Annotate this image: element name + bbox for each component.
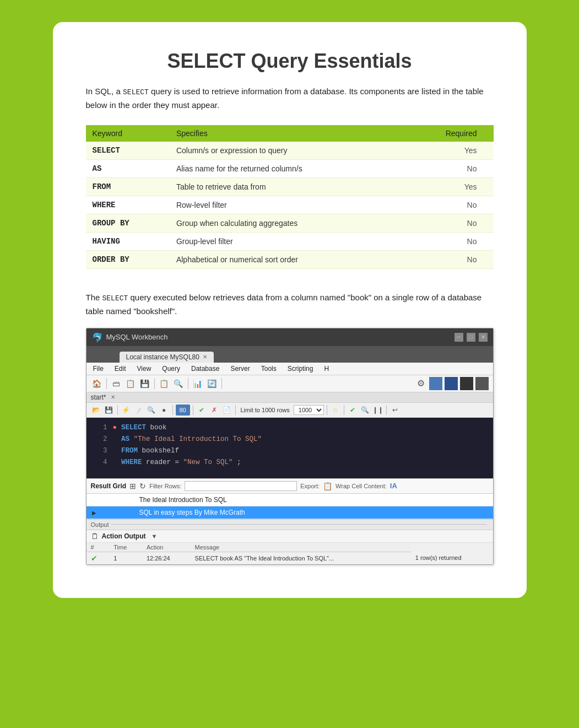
bookmark-icon[interactable]: ☆ bbox=[330, 405, 341, 416]
menu-query[interactable]: Query bbox=[161, 364, 181, 374]
migration-icon[interactable]: 🔄 bbox=[206, 378, 218, 390]
qt-sep-6 bbox=[344, 405, 344, 415]
save-connection-icon[interactable]: 💾 bbox=[139, 378, 151, 390]
minimize-button[interactable]: ─ bbox=[454, 333, 463, 342]
intro-prefix: In SQL, a bbox=[86, 87, 123, 96]
search2-icon[interactable]: 🔍 bbox=[360, 405, 371, 416]
action-num: 1 bbox=[109, 552, 142, 564]
line-content: SELECT book bbox=[121, 422, 167, 434]
inspect-icon[interactable]: 🔍 bbox=[172, 378, 185, 390]
table-row: GROUP BY Group when calculating aggregat… bbox=[86, 214, 494, 232]
performance-icon[interactable]: 📊 bbox=[192, 378, 204, 390]
new-schema-icon[interactable]: 📋 bbox=[158, 378, 170, 390]
col-hash: # bbox=[86, 543, 110, 552]
limit-dropdown[interactable]: 1000 bbox=[294, 405, 324, 415]
check-icon[interactable]: ✔ bbox=[196, 405, 207, 416]
export-icon[interactable]: 📋 bbox=[323, 482, 332, 490]
settings-icon[interactable]: ⚙ bbox=[415, 378, 427, 390]
home-icon[interactable]: 🏠 bbox=[91, 378, 103, 390]
filter-input[interactable] bbox=[185, 481, 297, 491]
intro-text: In SQL, a SELECT query is used to retrie… bbox=[86, 85, 494, 112]
result-row[interactable]: The Ideal Introduction To SQL bbox=[86, 494, 493, 506]
code-token: FROM bbox=[121, 447, 138, 455]
code-line: 1●SELECT book bbox=[92, 422, 488, 434]
action-time: 12:26:24 bbox=[142, 552, 191, 564]
action-text: SELECT book AS "The Ideal Introduction T… bbox=[191, 552, 411, 564]
table-row: WHERE Row-level filter No bbox=[86, 196, 494, 214]
line-number: 1 bbox=[92, 422, 107, 434]
wb-tab-close-icon[interactable]: ✕ bbox=[203, 354, 207, 360]
keyword-cell: AS bbox=[86, 159, 170, 177]
beautify-icon[interactable]: ✔ bbox=[347, 405, 358, 416]
action-output-dropdown[interactable]: ▼ bbox=[151, 533, 157, 540]
menu-edit[interactable]: Edit bbox=[113, 364, 127, 374]
search-icon[interactable]: 🔍 bbox=[146, 405, 157, 416]
wb-connection-tab[interactable]: Local instance MySQL80 ✕ bbox=[120, 352, 214, 363]
action-output-table: # Time Action Message ✔ 1 12:26:24 SELEC… bbox=[86, 543, 493, 564]
wb-color-btn-3[interactable] bbox=[460, 377, 473, 390]
specifies-cell: Alias name for the returned column/s bbox=[170, 159, 402, 177]
wb-color-btn-4[interactable] bbox=[475, 377, 489, 390]
menu-file[interactable]: File bbox=[92, 364, 105, 374]
action-output-icon: 🗒 bbox=[91, 532, 99, 541]
toolbar-sep-3 bbox=[188, 378, 188, 389]
col-header-specifies: Specifies bbox=[170, 125, 402, 142]
keyword-cell: SELECT bbox=[86, 142, 170, 160]
limit-label: Limit to 1000 rows bbox=[241, 407, 290, 413]
open-connection-icon[interactable]: 📋 bbox=[125, 378, 137, 390]
specifies-cell: Column/s or expression to query bbox=[170, 142, 402, 160]
keyword-cell: ORDER BY bbox=[86, 250, 170, 268]
code-line: 2● AS "The Ideal Introduction To SQL" bbox=[92, 434, 488, 445]
wb-color-btn-2[interactable] bbox=[445, 377, 458, 390]
close-button[interactable]: ✕ bbox=[479, 333, 488, 342]
action-row: ✔ 1 12:26:24 SELECT book AS "The Ideal I… bbox=[86, 552, 493, 564]
row-spacer bbox=[86, 494, 134, 506]
code-token: AS bbox=[121, 435, 129, 443]
col-header-required: Required bbox=[402, 125, 493, 142]
table-row: HAVING Group-level filter No bbox=[86, 232, 494, 250]
menu-view[interactable]: View bbox=[136, 364, 153, 374]
page-title: SELECT Query Essentials bbox=[86, 50, 494, 73]
wrap-cell-icon[interactable]: IA bbox=[390, 482, 397, 490]
workbench-window: 🐬 MySQL Workbench ─ □ ✕ Local instance M… bbox=[86, 328, 494, 565]
save-file-icon[interactable]: 💾 bbox=[104, 405, 115, 416]
qt-sep-4 bbox=[235, 405, 236, 415]
result-grid-icon: ⊞ bbox=[129, 482, 136, 490]
wb-titlebar-right: ─ □ ✕ bbox=[454, 333, 488, 342]
execute-current-icon[interactable]: 𝑓 bbox=[133, 405, 144, 416]
code-token: book bbox=[146, 424, 167, 432]
open-file-icon[interactable]: 📂 bbox=[91, 405, 102, 416]
menu-server[interactable]: Server bbox=[229, 364, 251, 374]
keyword-cell: FROM bbox=[86, 177, 170, 196]
explain-icon[interactable]: 📄 bbox=[221, 405, 232, 416]
line-number: 4 bbox=[92, 457, 107, 468]
refresh-icon[interactable]: ↻ bbox=[139, 482, 146, 490]
wrap-icon[interactable]: ↩ bbox=[389, 405, 401, 416]
wb-query-tab-close[interactable]: ✕ bbox=[111, 394, 115, 400]
result-row[interactable]: ▶ SQL in easy steps By Mike McGrath bbox=[86, 506, 493, 519]
code-line: 3● FROM bookshelf bbox=[92, 445, 488, 457]
specifies-cell: Alphabetical or numerical sort order bbox=[170, 250, 402, 268]
qt-sep-1 bbox=[117, 405, 118, 415]
row-arrow: ▶ bbox=[86, 506, 134, 519]
code-token: ; bbox=[233, 459, 241, 466]
stop-icon[interactable]: ✗ bbox=[209, 405, 220, 416]
menu-help[interactable]: H bbox=[323, 364, 330, 374]
breakpoint-dot-empty: ● bbox=[113, 434, 117, 445]
wb-query-tab: start* ✕ bbox=[86, 392, 493, 403]
wb-color-btn-1[interactable] bbox=[429, 377, 442, 390]
wb-code-area[interactable]: 1●SELECT book2● AS "The Ideal Introducti… bbox=[86, 418, 493, 478]
new-connection-icon[interactable]: 🗃 bbox=[110, 378, 122, 390]
menu-tools[interactable]: Tools bbox=[260, 364, 278, 374]
execute-all-icon[interactable]: 80 bbox=[176, 405, 190, 416]
wb-main-toolbar: 🏠 🗃 📋 💾 📋 🔍 📊 🔄 ⚙ bbox=[86, 375, 493, 392]
toggle-icon[interactable]: ❙❙ bbox=[372, 405, 383, 416]
execute-icon[interactable]: ⚡ bbox=[121, 405, 132, 416]
specifies-cell: Group when calculating aggregates bbox=[170, 214, 402, 232]
result-grid-label[interactable]: Result Grid bbox=[91, 482, 127, 490]
menu-scripting[interactable]: Scripting bbox=[286, 364, 315, 374]
required-cell: No bbox=[402, 250, 493, 268]
menu-database[interactable]: Database bbox=[190, 364, 220, 374]
run-icon[interactable]: ● bbox=[159, 405, 170, 416]
maximize-button[interactable]: □ bbox=[467, 333, 475, 342]
